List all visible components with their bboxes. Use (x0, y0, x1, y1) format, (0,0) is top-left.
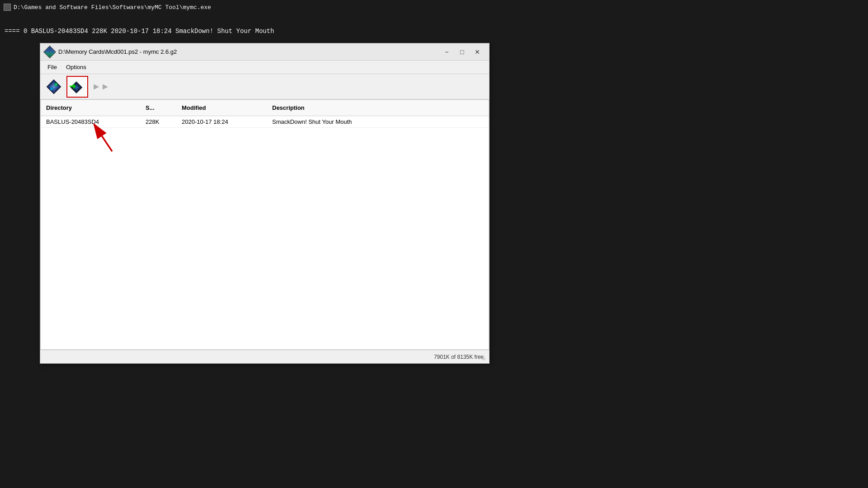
status-text: 7901K of 8135K free (434, 354, 484, 360)
menu-bar: File Options (40, 61, 489, 74)
terminal-title-text: D:\Games and Software Files\Softwares\my… (14, 4, 211, 11)
svg-text:➜: ➜ (69, 82, 76, 91)
ps2-diamond-icon (43, 45, 56, 58)
svg-point-4 (55, 83, 57, 86)
terminal-title-bar: D:\Games and Software Files\Softwares\my… (0, 0, 868, 14)
toolbar-memorycard-button[interactable] (43, 76, 65, 98)
window-title-left: D:\Memory Cards\Mcd001.ps2 - mymc 2.6.g2 (45, 47, 177, 57)
import-icon: ➜ (68, 78, 86, 96)
col-header-directory: Directory (46, 104, 146, 111)
minimize-button[interactable]: − (439, 47, 454, 57)
row-modified: 2020-10-17 18:24 (182, 118, 272, 125)
toolbar: ➜ ►► (40, 74, 489, 99)
menu-options[interactable]: Options (61, 62, 91, 72)
col-header-modified: Modified (182, 104, 272, 111)
resize-grip[interactable]: ⊿ (482, 356, 488, 362)
terminal-top-text: ==== 0 BASLUS-20483SD4 228K 2020-10-17 1… (0, 25, 868, 38)
menu-file[interactable]: File (43, 62, 61, 72)
window-titlebar: D:\Memory Cards\Mcd001.ps2 - mymc 2.6.g2… (40, 43, 489, 61)
svg-point-5 (50, 88, 53, 90)
window-title-icon (45, 47, 55, 57)
row-description: SmackDown! Shut Your Mouth (272, 118, 483, 125)
row-size: 228K (146, 118, 182, 125)
close-button[interactable]: ✕ (470, 47, 485, 57)
app-window: D:\Memory Cards\Mcd001.ps2 - mymc 2.6.g2… (40, 43, 490, 364)
col-header-size: S... (146, 104, 182, 111)
toolbar-import-button[interactable]: ➜ (66, 76, 88, 98)
window-title-text: D:\Memory Cards\Mcd001.ps2 - mymc 2.6.g2 (58, 48, 177, 55)
maximize-button[interactable]: □ (455, 47, 469, 57)
content-area: Directory S... Modified Description BASL… (40, 99, 489, 350)
forward-arrows-icon: ►► (92, 81, 110, 92)
col-header-description: Description (272, 104, 483, 111)
row-directory: BASLUS-20483SD4 (46, 118, 146, 125)
window-controls: − □ ✕ (439, 47, 485, 57)
toolbar-export-button[interactable]: ►► (90, 76, 112, 98)
memorycard-icon (45, 78, 62, 95)
status-bar: 7901K of 8135K free ⊿ (40, 350, 489, 363)
table-header: Directory S... Modified Description (41, 100, 489, 116)
table-row[interactable]: BASLUS-20483SD4 228K 2020-10-17 18:24 Sm… (41, 116, 489, 128)
terminal-icon (4, 4, 11, 11)
